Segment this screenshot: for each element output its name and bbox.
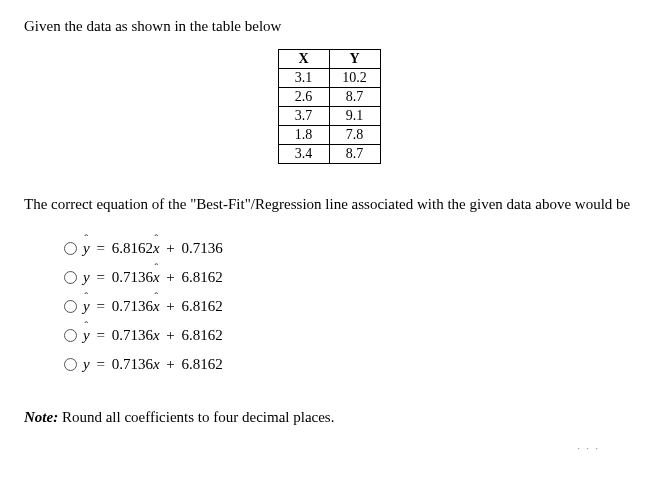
equals-sign: =	[93, 298, 107, 314]
choice-equation: ˆy = 6.8162ˆx + 0.7136	[83, 240, 223, 257]
choice-a[interactable]: ˆy = 6.8162ˆx + 0.7136	[64, 240, 634, 257]
equals-sign: =	[93, 269, 107, 285]
y-symbol: y	[83, 356, 90, 372]
question-text: The correct equation of the "Best-Fit"/R…	[24, 192, 634, 216]
cell-y: 9.1	[329, 107, 380, 126]
radio-icon[interactable]	[64, 300, 77, 313]
cell-x: 1.8	[278, 126, 329, 145]
choice-e[interactable]: y = 0.7136x + 6.8162	[64, 356, 634, 373]
intercept-value: 6.8162	[182, 356, 223, 372]
choice-b[interactable]: y = 0.7136ˆx + 6.8162	[64, 269, 634, 286]
cell-x: 3.1	[278, 69, 329, 88]
x-symbol: x	[153, 327, 160, 343]
radio-icon[interactable]	[64, 329, 77, 342]
intercept-value: 6.8162	[182, 269, 223, 285]
col-header-y: Y	[329, 50, 380, 69]
cell-y: 10.2	[329, 69, 380, 88]
equals-sign: =	[93, 240, 107, 256]
cell-x: 2.6	[278, 88, 329, 107]
x-symbol: x	[153, 356, 160, 372]
slope-value: 0.7136	[112, 269, 153, 285]
xhat-symbol: ˆx	[153, 269, 160, 286]
xhat-symbol: ˆx	[153, 298, 160, 315]
choice-equation: y = 0.7136x + 6.8162	[83, 356, 223, 373]
y-symbol: y	[83, 269, 90, 285]
equals-sign: =	[93, 356, 107, 372]
table-header-row: X Y	[278, 50, 380, 69]
table-row: 3.1 10.2	[278, 69, 380, 88]
intercept-value: 6.8162	[182, 298, 223, 314]
choice-equation: y = 0.7136ˆx + 6.8162	[83, 269, 223, 286]
choice-equation: ˆy = 0.7136ˆx + 6.8162	[83, 298, 223, 315]
choices-group: ˆy = 6.8162ˆx + 0.7136 y = 0.7136ˆx + 6.…	[64, 240, 634, 373]
cell-x: 3.7	[278, 107, 329, 126]
radio-icon[interactable]	[64, 358, 77, 371]
intercept-value: 0.7136	[182, 240, 223, 256]
table-row: 1.8 7.8	[278, 126, 380, 145]
slope-value: 6.8162	[112, 240, 153, 256]
yhat-symbol: ˆy	[83, 298, 90, 315]
note: Note: Round all coefficients to four dec…	[24, 409, 634, 426]
plus-sign: +	[163, 327, 177, 343]
slope-value: 0.7136	[112, 327, 153, 343]
choice-d[interactable]: ˆy = 0.7136x + 6.8162	[64, 327, 634, 344]
cell-x: 3.4	[278, 145, 329, 164]
note-label: Note:	[24, 409, 58, 425]
table-row: 3.7 9.1	[278, 107, 380, 126]
yhat-symbol: ˆy	[83, 240, 90, 257]
plus-sign: +	[163, 240, 177, 256]
table-row: 2.6 8.7	[278, 88, 380, 107]
equals-sign: =	[93, 327, 107, 343]
note-text: Round all coefficients to four decimal p…	[58, 409, 334, 425]
slope-value: 0.7136	[112, 298, 153, 314]
plus-sign: +	[163, 298, 177, 314]
table-row: 3.4 8.7	[278, 145, 380, 164]
slope-value: 0.7136	[112, 356, 153, 372]
page-root: Given the data as shown in the table bel…	[24, 18, 634, 486]
yhat-symbol: ˆy	[83, 327, 90, 344]
cell-y: 8.7	[329, 145, 380, 164]
choice-c[interactable]: ˆy = 0.7136ˆx + 6.8162	[64, 298, 634, 315]
data-table: X Y 3.1 10.2 2.6 8.7 3.7 9.1 1.8 7.8 3.4…	[278, 49, 381, 164]
xhat-symbol: ˆx	[153, 240, 160, 257]
data-table-wrap: X Y 3.1 10.2 2.6 8.7 3.7 9.1 1.8 7.8 3.4…	[24, 49, 634, 164]
intercept-value: 6.8162	[182, 327, 223, 343]
ellipsis-icon: · · ·	[578, 443, 601, 454]
col-header-x: X	[278, 50, 329, 69]
plus-sign: +	[163, 269, 177, 285]
choice-equation: ˆy = 0.7136x + 6.8162	[83, 327, 223, 344]
radio-icon[interactable]	[64, 271, 77, 284]
intro-text: Given the data as shown in the table bel…	[24, 18, 634, 35]
radio-icon[interactable]	[64, 242, 77, 255]
cell-y: 7.8	[329, 126, 380, 145]
plus-sign: +	[163, 356, 177, 372]
cell-y: 8.7	[329, 88, 380, 107]
